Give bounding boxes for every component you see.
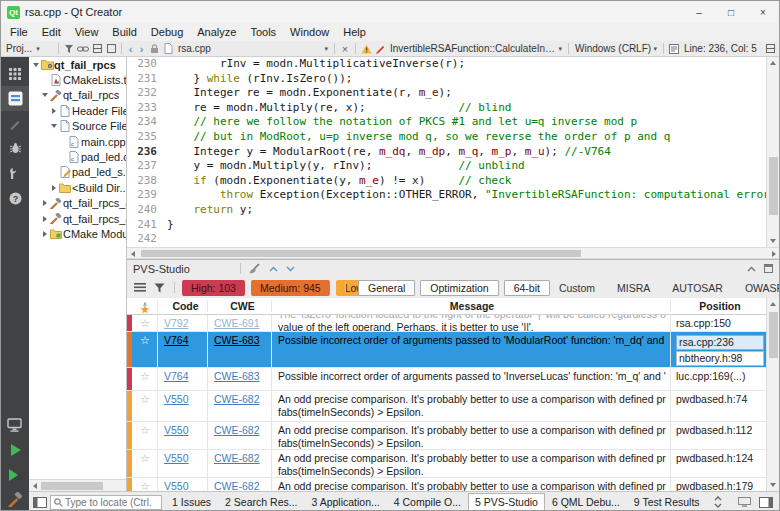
code-line-241[interactable]: 241} [127,218,766,233]
diagnostic-code-link[interactable]: V550 [164,424,189,436]
diagnostic-code-link[interactable]: V792 [164,317,189,329]
scroll-down-icon[interactable] [770,483,776,487]
table-row[interactable]: ☆V764CWE-683Possible incorrect order of … [127,332,766,368]
menu-icon[interactable] [134,283,146,292]
split-add-icon[interactable] [90,44,104,53]
menu-help[interactable]: Help [336,25,373,39]
position-link[interactable]: rsa.cpp:150 [676,317,764,330]
tree-chevron-icon[interactable] [49,124,58,128]
toggle-left-sidebar-icon[interactable] [33,497,47,508]
pvs-tab-owasp[interactable]: OWASP [739,281,780,295]
table-header[interactable]: ∧★ Code CWE Message Position [127,298,766,315]
diagnostic-code-link[interactable]: V550 [164,393,189,405]
tree-chevron-icon[interactable] [40,216,49,222]
column-header-code[interactable]: Code [157,300,207,312]
tree-item-qt-fail-rpcs-a[interactable]: qt_fail_rpcs_a... [29,196,126,211]
menu-debug[interactable]: Debug [144,25,190,39]
close-split-icon[interactable] [104,44,118,53]
cwe-link[interactable]: CWE-682 [214,480,260,491]
code-line-233[interactable]: 233 re = modn.Multiply(re, x); // blind [127,101,766,116]
menu-file[interactable]: File [3,25,35,39]
run-button[interactable] [1,437,29,462]
scroll-thumb[interactable] [41,482,103,490]
cwe-link[interactable]: CWE-682 [214,393,260,405]
link-with-editor-icon[interactable] [76,45,90,53]
tree-chevron-icon[interactable] [49,108,58,114]
output-tab-4-compile-o[interactable]: 4 Compile O... [387,493,468,511]
scroll-left-icon[interactable] [33,483,37,489]
code-line-237[interactable]: 237 y = modn.Multiply(y, rInv); // unbli… [127,159,766,174]
position-link[interactable]: pwdbased.h:124 [676,452,764,465]
tree-item-main-cpp[interactable]: cmain.cpp [29,134,126,149]
pvs-tab-optimization[interactable]: Optimization [420,280,498,296]
diagnostic-code-link[interactable]: V550 [164,452,189,464]
code-line-238[interactable]: 238 if (modn.Exponentiate(y, m_e) != x) … [127,174,766,189]
table-vertical-scrollbar[interactable] [766,298,779,491]
tree-item-qt-fail-rpcs[interactable]: qt_fail_rpcs [29,88,126,103]
position-link[interactable]: pwdbased.h:74 [676,393,764,406]
debug-run-button[interactable] [1,462,29,487]
symbol-selector[interactable]: InvertibleRSAFunction::CalculateInvers..… [387,43,565,54]
menu-window[interactable]: Window [283,25,336,39]
diagnostic-code-link[interactable]: V764 [164,370,189,382]
output-tab-6-qml-debu[interactable]: 6 QML Debu... [545,493,627,511]
code-line-231[interactable]: 231 } while (rInv.IsZero()); [127,72,766,87]
prev-item-icon[interactable] [269,266,278,272]
projects-mode-wrench-icon[interactable] [1,161,29,186]
severity-badge-medium[interactable]: Medium: 945 [251,280,330,296]
tree-horizontal-scrollbar[interactable] [29,479,126,491]
cwe-link[interactable]: CWE-682 [214,452,260,464]
tree-item-pad-led-cpp[interactable]: cpad_led.cpp [29,149,126,164]
output-tab-3-application[interactable]: 3 Application... [304,493,386,511]
scroll-up-icon[interactable] [770,61,776,65]
cwe-link[interactable]: CWE-683 [214,334,260,346]
tree-item-qt-fail-rpcs-a[interactable]: qt_fail_rpcs_a... [29,211,126,226]
edit-mode-icon[interactable] [1,86,29,111]
project-mode-selector[interactable]: Proj... ▾ [3,43,55,54]
table-row[interactable]: ☆V550CWE-682An odd precise comparison. I… [127,478,766,491]
tree-item-pad-led-s[interactable]: pad_led_s... [29,165,126,180]
position-link[interactable]: pwdbased.h:112 [676,424,764,437]
pvs-tab-autosar[interactable]: AUTOSAR [666,281,729,295]
maximize-panel-icon[interactable] [764,264,773,273]
output-tab-1-issues[interactable]: 1 Issues [165,493,218,511]
code-line-230[interactable]: 230 rInv = modn.MultiplicativeInverse(r)… [127,57,766,72]
severity-badge-high[interactable]: High: 103 [182,280,245,296]
scroll-down-icon[interactable] [770,239,776,243]
line-ending-selector[interactable]: Windows (CRLF) ▾ [572,43,660,54]
scroll-up-icon[interactable] [770,302,776,306]
position-link[interactable]: pwdbased.h:179 [676,480,764,491]
tree-chevron-icon[interactable] [49,185,58,191]
table-row[interactable]: ☆V764CWE-683Possible incorrect order of … [127,368,766,391]
welcome-mode-grid-icon[interactable] [1,61,29,86]
output-pane-arrows-icon[interactable] [714,496,722,508]
tree-item-header-files[interactable]: Header Files [29,103,126,118]
scroll-left-icon[interactable] [131,251,135,257]
toggle-right-sidebar-icon[interactable] [759,497,773,508]
table-row[interactable]: ☆V550CWE-682An odd precise comparison. I… [127,391,766,422]
scroll-thumb[interactable] [769,157,778,215]
locator-input[interactable] [65,497,151,508]
favorite-sort-header[interactable]: ∧★ [133,300,157,313]
code-line-235[interactable]: 235 // but in ModRoot, u=p inverse mod q… [127,130,766,145]
column-header-cwe[interactable]: CWE [207,300,271,312]
pvs-tab-general[interactable]: General [358,280,415,296]
menu-build[interactable]: Build [105,25,143,39]
go-forward-icon[interactable]: › [136,43,147,55]
code-line-239[interactable]: 239 throw Exception(Exception::OTHER_ERR… [127,188,766,203]
table-row[interactable]: ☆V550CWE-682An odd precise comparison. I… [127,450,766,478]
split-editor-icon[interactable] [763,44,777,53]
open-file-selector[interactable]: rsa.cpp ▾ [175,43,331,54]
tree-chevron-icon[interactable] [40,93,49,97]
column-header-position[interactable]: Position [670,300,766,312]
menu-analyze[interactable]: Analyze [190,25,243,39]
star-icon[interactable]: ☆ [133,450,157,477]
scroll-thumb[interactable] [769,312,778,358]
star-icon[interactable]: ☆ [133,478,157,491]
filter-icon[interactable] [62,44,76,54]
star-icon[interactable]: ☆ [133,315,157,331]
code-line-234[interactable]: 234 // here we follow the notation of PK… [127,115,766,130]
scroll-right-icon[interactable] [772,251,776,257]
star-icon[interactable]: ☆ [133,422,157,449]
menu-view[interactable]: View [68,25,106,39]
